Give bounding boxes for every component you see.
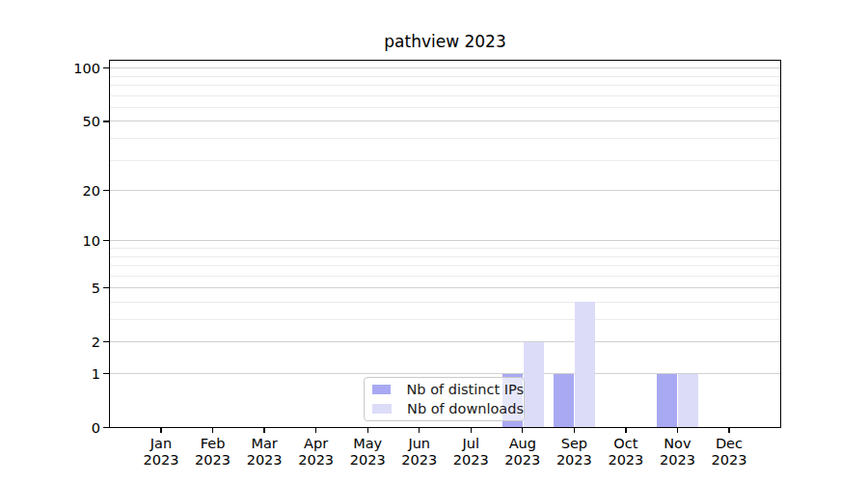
x-axis-tick — [315, 428, 316, 433]
x-tick-label: Aug2023 — [492, 436, 554, 468]
x-tick-label-line: 2023 — [233, 452, 295, 469]
x-tick-label-line: Sep — [543, 436, 605, 452]
legend-label-downloads: Nb of downloads — [407, 401, 524, 416]
x-tick-label-line: Jun — [389, 436, 450, 452]
legend-swatch-downloads-icon — [372, 404, 392, 414]
y-tick-label: 100 — [37, 60, 100, 77]
x-tick-label-line: 2023 — [130, 452, 192, 469]
x-tick-label: Oct2023 — [595, 436, 657, 468]
y-tick-label: 20 — [37, 182, 100, 200]
x-tick-label-line: 2023 — [646, 452, 708, 469]
x-tick-label: Mar2023 — [233, 436, 295, 468]
y-tick-label: 2 — [37, 334, 100, 351]
x-tick-label-line: 2023 — [543, 452, 605, 469]
x-tick-label: Jul2023 — [440, 436, 502, 468]
figure-download-stats: pathview 2023 0125102050100Jan2023Feb202… — [0, 0, 868, 482]
x-tick-label-line: 2023 — [285, 452, 347, 469]
x-tick-label-line: Aug — [492, 436, 554, 452]
x-tick-label-line: Jan — [130, 436, 192, 452]
x-tick-label-line: 2023 — [595, 452, 657, 469]
x-axis-tick — [625, 428, 626, 433]
x-axis-tick — [212, 428, 213, 433]
x-tick-label-line: 2023 — [389, 452, 450, 469]
x-axis-tick — [471, 428, 472, 433]
x-tick-label-line: Jul — [440, 436, 502, 452]
x-axis-tick — [419, 428, 420, 433]
x-tick-label-line: Nov — [646, 436, 708, 452]
x-tick-label-line: Apr — [285, 436, 347, 452]
x-tick-label: May2023 — [337, 436, 398, 468]
legend-label-distinct-ips: Nb of distinct IPs — [406, 382, 524, 397]
x-tick-label-line: 2023 — [182, 452, 244, 469]
x-tick-label-line: Oct — [595, 436, 657, 452]
y-tick-label: 50 — [37, 113, 100, 130]
x-tick-label-line: Mar — [233, 436, 295, 452]
x-tick-label: Jan2023 — [130, 436, 192, 468]
x-tick-label: Apr2023 — [285, 436, 347, 468]
x-tick-label-line: 2023 — [440, 452, 502, 469]
y-tick-label: 1 — [37, 365, 100, 383]
x-tick-label-line: 2023 — [337, 452, 398, 469]
x-axis-tick — [574, 428, 575, 433]
x-tick-label-line: 2023 — [492, 452, 554, 469]
legend-item-downloads: Nb of downloads — [372, 400, 524, 417]
y-tick-label: 0 — [37, 419, 100, 437]
x-axis-tick — [677, 428, 678, 433]
x-axis-tick — [728, 428, 729, 433]
x-tick-label-line: Feb — [182, 436, 244, 452]
x-axis-tick — [160, 428, 161, 433]
x-tick-label: Nov2023 — [646, 436, 708, 468]
legend-item-distinct-ips: Nb of distinct IPs — [372, 381, 524, 398]
legend: Nb of distinct IPs Nb of downloads — [364, 377, 525, 421]
chart-title: pathview 2023 — [109, 32, 781, 51]
y-tick-label: 5 — [37, 280, 100, 297]
legend-swatch-distinct-ips-icon — [372, 385, 391, 394]
y-tick-label: 10 — [37, 232, 100, 250]
x-axis-tick — [367, 428, 368, 433]
x-axis-tick — [263, 428, 264, 433]
x-axis-tick — [522, 428, 523, 433]
x-tick-label: Feb2023 — [182, 436, 244, 468]
x-tick-label-line: 2023 — [698, 452, 760, 469]
x-tick-label-line: Dec — [698, 436, 760, 452]
x-tick-label: Sep2023 — [543, 436, 605, 468]
x-tick-label-line: May — [337, 436, 398, 452]
x-tick-label: Dec2023 — [698, 436, 760, 468]
plot-area-border — [109, 60, 782, 428]
x-tick-label: Jun2023 — [389, 436, 450, 468]
